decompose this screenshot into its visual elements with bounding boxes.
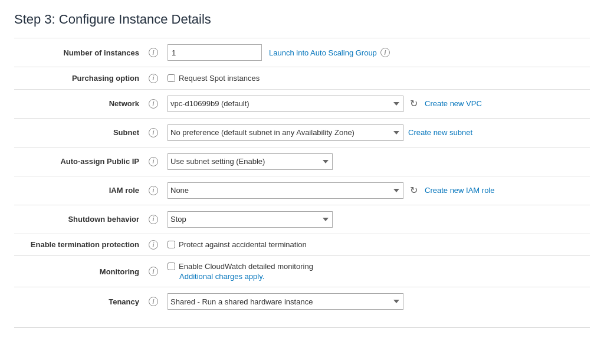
row-purchasing-option: Purchasing option i Request Spot instanc… (14, 67, 590, 90)
subnet-controls-row: No preference (default subnet in any Ava… (168, 124, 585, 141)
bottom-divider (14, 327, 590, 328)
info-icon-shutdown[interactable]: i (149, 215, 158, 224)
info-shutdown-behavior[interactable]: i (144, 205, 163, 234)
info-termination-protection[interactable]: i (144, 234, 163, 256)
control-shutdown-behavior: Stop Terminate (163, 205, 590, 234)
termination-protection-text: Protect against accidental termination (179, 240, 307, 249)
row-iam-role: IAM role i None ↻ Create new IAM role (14, 176, 590, 205)
label-purchasing-option: Purchasing option (14, 67, 144, 90)
info-icon-subnet[interactable]: i (149, 128, 158, 137)
create-subnet-link[interactable]: Create new subnet (408, 128, 472, 137)
shutdown-behavior-select[interactable]: Stop Terminate (168, 211, 333, 228)
subnet-select[interactable]: No preference (default subnet in any Ava… (168, 124, 403, 141)
spot-instances-label[interactable]: Request Spot instances (168, 74, 585, 83)
label-iam-role: IAM role (14, 176, 144, 205)
row-shutdown-behavior: Shutdown behavior i Stop Terminate (14, 205, 590, 234)
info-subnet[interactable]: i (144, 118, 163, 147)
info-icon-auto-assign-ip[interactable]: i (149, 157, 158, 166)
row-tenancy: Tenancy i Shared - Run a shared hardware… (14, 287, 590, 316)
label-number-of-instances: Number of instances (14, 38, 144, 67)
monitoring-checkbox[interactable] (168, 263, 175, 270)
refresh-network-icon[interactable]: ↻ (407, 97, 420, 110)
spot-instances-checkbox[interactable] (168, 74, 175, 82)
control-purchasing-option: Request Spot instances (163, 67, 590, 90)
info-auto-assign-ip[interactable]: i (144, 147, 163, 176)
spot-instances-text: Request Spot instances (179, 74, 260, 83)
info-tenancy[interactable]: i (144, 287, 163, 316)
info-monitoring[interactable]: i (144, 256, 163, 287)
info-icon-launch[interactable]: i (380, 48, 390, 57)
label-network: Network (14, 89, 144, 118)
control-iam-role: None ↻ Create new IAM role (163, 176, 590, 205)
label-monitoring: Monitoring (14, 256, 144, 287)
page-container: Step 3: Configure Instance Details Numbe… (0, 0, 604, 340)
monitoring-wrapper: Enable CloudWatch detailed monitoring Ad… (168, 262, 585, 281)
control-number-of-instances: Launch into Auto Scaling Group i (163, 38, 590, 67)
control-monitoring: Enable CloudWatch detailed monitoring Ad… (163, 256, 590, 287)
info-icon-monitoring[interactable]: i (149, 267, 158, 276)
info-number-of-instances[interactable]: i (144, 38, 163, 67)
label-tenancy: Tenancy (14, 287, 144, 316)
row-number-of-instances: Number of instances i Launch into Auto S… (14, 38, 590, 67)
control-network: vpc-d10699b9 (default) ↻ Create new VPC (163, 89, 590, 118)
label-auto-assign-ip: Auto-assign Public IP (14, 147, 144, 176)
info-icon-termination[interactable]: i (149, 240, 158, 250)
termination-protection-label[interactable]: Protect against accidental termination (168, 240, 585, 249)
info-icon-network[interactable]: i (149, 99, 158, 109)
info-icon-purchasing[interactable]: i (149, 74, 158, 83)
control-termination-protection: Protect against accidental termination (163, 234, 590, 256)
launch-auto-scaling-link[interactable]: Launch into Auto Scaling Group (269, 48, 377, 57)
info-purchasing-option[interactable]: i (144, 67, 163, 90)
control-auto-assign-ip: Use subnet setting (Enable) (163, 147, 590, 176)
info-iam-role[interactable]: i (144, 176, 163, 205)
page-title: Step 3: Configure Instance Details (14, 12, 590, 27)
row-subnet: Subnet i No preference (default subnet i… (14, 118, 590, 147)
iam-role-select[interactable]: None (168, 182, 403, 199)
info-network[interactable]: i (144, 89, 163, 118)
instances-controls-row: Launch into Auto Scaling Group i (168, 44, 585, 61)
label-termination-protection: Enable termination protection (14, 234, 144, 256)
iam-controls-row: None ↻ Create new IAM role (168, 182, 585, 199)
control-tenancy: Shared - Run a shared hardware instance … (163, 287, 590, 316)
row-network: Network i vpc-d10699b9 (default) ↻ Creat… (14, 89, 590, 118)
network-select[interactable]: vpc-d10699b9 (default) (168, 96, 403, 112)
label-subnet: Subnet (14, 118, 144, 147)
form-table: Number of instances i Launch into Auto S… (14, 38, 590, 316)
info-icon-instances[interactable]: i (149, 48, 158, 57)
monitoring-checkbox-label[interactable]: Enable CloudWatch detailed monitoring (168, 262, 585, 271)
control-subnet: No preference (default subnet in any Ava… (163, 118, 590, 147)
auto-assign-ip-select[interactable]: Use subnet setting (Enable) (168, 153, 333, 170)
number-of-instances-input[interactable] (168, 44, 262, 61)
info-icon-iam-role[interactable]: i (149, 186, 158, 195)
refresh-iam-icon[interactable]: ↻ (407, 184, 420, 197)
termination-protection-checkbox[interactable] (168, 241, 175, 248)
additional-charges-link[interactable]: Additional charges apply. (179, 272, 585, 281)
network-controls-row: vpc-d10699b9 (default) ↻ Create new VPC (168, 96, 585, 112)
info-icon-tenancy[interactable]: i (149, 297, 158, 306)
row-monitoring: Monitoring i Enable CloudWatch detailed … (14, 256, 590, 287)
create-iam-role-link[interactable]: Create new IAM role (425, 186, 495, 195)
row-auto-assign-ip: Auto-assign Public IP i Use subnet setti… (14, 147, 590, 176)
create-vpc-link[interactable]: Create new VPC (425, 99, 482, 108)
monitoring-text: Enable CloudWatch detailed monitoring (179, 262, 313, 271)
row-termination-protection: Enable termination protection i Protect … (14, 234, 590, 256)
tenancy-select[interactable]: Shared - Run a shared hardware instance … (168, 293, 403, 310)
label-shutdown-behavior: Shutdown behavior (14, 205, 144, 234)
